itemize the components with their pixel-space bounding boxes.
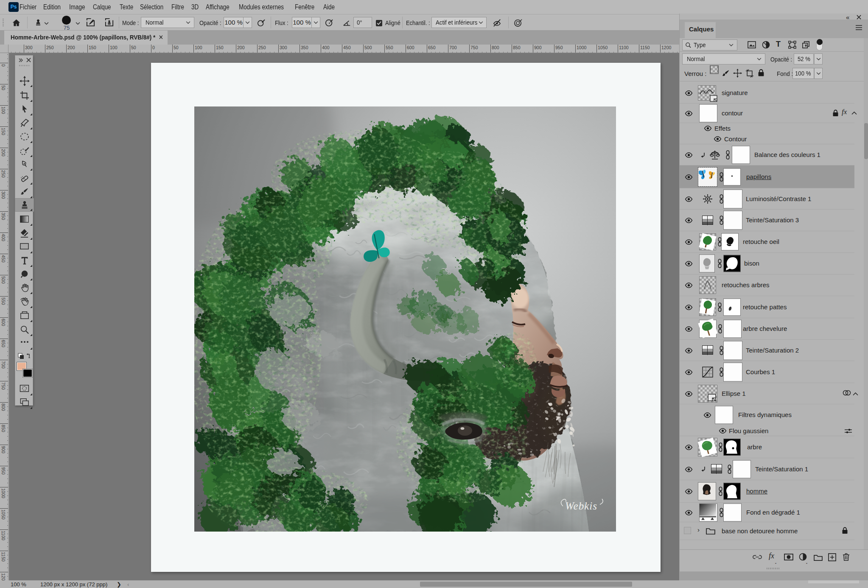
svg-text:Webkis: Webkis	[565, 500, 597, 512]
